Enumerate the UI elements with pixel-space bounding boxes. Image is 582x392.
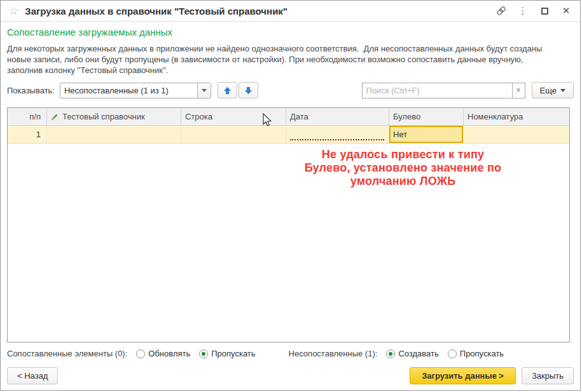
- clear-search-button[interactable]: ×: [512, 83, 525, 98]
- more-button-label: Еще: [540, 86, 557, 95]
- options-row: Сопоставленные элементы (0): Обновлять П…: [7, 349, 574, 358]
- chevron-down-icon: [202, 89, 207, 92]
- kebab-menu-icon[interactable]: ⋮: [518, 6, 528, 16]
- filter-combobox[interactable]: Несопоставленные (1 из 1): [60, 83, 211, 98]
- down-arrow-icon: [244, 86, 253, 95]
- radio-matched-skip[interactable]: [199, 349, 208, 358]
- annotation-line: Не удалось привести к типу: [271, 148, 535, 161]
- column-header-test-catalog[interactable]: Тестовый справочник: [47, 108, 181, 125]
- table-header-row: п/п Тестовый справочник Строка Дата Буле…: [8, 108, 569, 126]
- error-annotation: Не удалось привести к типу Булево, устан…: [271, 148, 535, 188]
- load-data-button[interactable]: Загрузить данные >: [410, 367, 516, 384]
- more-button[interactable]: Еще: [532, 82, 574, 98]
- radio-unmatched-create[interactable]: [386, 349, 395, 358]
- favorite-star-icon[interactable]: ☆: [9, 6, 18, 17]
- nomenclature-cell[interactable]: [464, 126, 569, 143]
- column-header-date[interactable]: Дата: [286, 108, 389, 125]
- boolean-cell-selected[interactable]: Нет: [389, 126, 464, 143]
- annotation-line: Булево, установлено значение по: [271, 161, 535, 175]
- column-header-string[interactable]: Строка: [181, 108, 286, 125]
- column-header-num[interactable]: п/п: [8, 108, 47, 125]
- clear-search-icon: ×: [516, 86, 521, 95]
- move-up-button[interactable]: [218, 82, 237, 98]
- annotation-line: умолчанию ЛОЖЬ: [271, 175, 535, 188]
- radio-unmatched-skip-label: Пропускать: [460, 349, 504, 358]
- filter-value: Несопоставленные (1 из 1): [60, 83, 197, 98]
- section-title: Сопоставление загружаемых данных: [7, 27, 172, 37]
- link-icon[interactable]: [496, 6, 506, 16]
- toolbar: Показывать: Несопоставленные (1 из 1): [7, 82, 574, 98]
- column-header-boolean[interactable]: Булево: [389, 108, 464, 125]
- row-number-cell: 1: [8, 126, 47, 143]
- mapping-table: п/п Тестовый справочник Строка Дата Буле…: [7, 107, 570, 342]
- radio-matched-update-label: Обновлять: [148, 349, 190, 358]
- table-row: 1 Нет: [8, 126, 569, 144]
- radio-matched-skip-label: Пропускать: [211, 349, 255, 358]
- button-row: < Назад Загрузить данные > Закрыть: [7, 367, 574, 384]
- radio-unmatched-skip[interactable]: [448, 349, 457, 358]
- title-bar: ☆ Загрузка данных в справочник "Тестовый…: [1, 1, 580, 22]
- date-cell[interactable]: [286, 126, 389, 143]
- pencil-icon: [51, 113, 59, 121]
- radio-unmatched-create-label: Создавать: [398, 349, 438, 358]
- string-cell[interactable]: [181, 126, 286, 143]
- unmatched-label: Несопоставленные (1):: [289, 349, 378, 358]
- maximize-icon[interactable]: [539, 6, 550, 16]
- column-header-nomenclature[interactable]: Номенклатура: [464, 108, 569, 125]
- close-button[interactable]: Закрыть: [522, 367, 574, 384]
- invalid-value-underline: [290, 139, 384, 140]
- window-title: Загрузка данных в справочник "Тестовый с…: [25, 6, 288, 17]
- description-text: Для некоторых загруженных данных в прило…: [7, 43, 555, 76]
- test-catalog-cell[interactable]: [47, 126, 181, 143]
- show-label: Показывать:: [7, 86, 55, 95]
- back-button[interactable]: < Назад: [7, 367, 58, 384]
- combobox-dropdown-button[interactable]: [197, 83, 211, 98]
- column-header-label: Тестовый справочник: [62, 112, 145, 121]
- chevron-down-icon: [560, 89, 565, 92]
- search-input[interactable]: [362, 83, 512, 98]
- dialog-window: ☆ Загрузка данных в справочник "Тестовый…: [0, 0, 581, 391]
- matched-label: Сопоставленные элементы (0):: [7, 349, 127, 358]
- up-arrow-icon: [223, 86, 232, 95]
- move-down-button[interactable]: [239, 82, 258, 98]
- close-icon[interactable]: ✕: [561, 6, 571, 16]
- radio-matched-update[interactable]: [136, 349, 145, 358]
